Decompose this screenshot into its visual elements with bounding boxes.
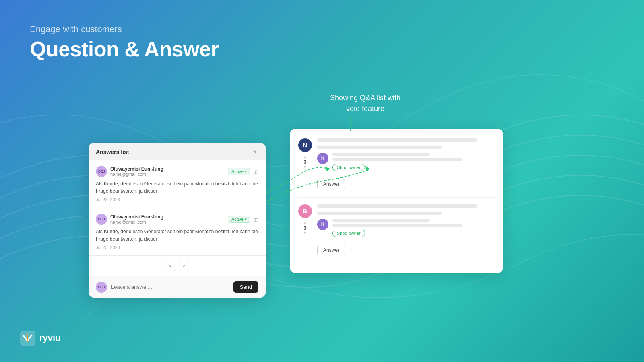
avatar: OEJ — [96, 282, 107, 293]
status-badge[interactable]: Active ▾ — [228, 168, 250, 175]
divider — [298, 197, 495, 198]
question-bar — [317, 138, 477, 142]
answer-bar — [332, 219, 430, 222]
header-section: Engage with customers Question & Answer — [30, 24, 219, 61]
annotation-line1: Showing Q&A list with — [330, 94, 400, 102]
user-email: name@gmail.com — [110, 220, 163, 224]
answer-avatar: K — [317, 153, 328, 164]
qa-answer-row: K Shop owner — [317, 219, 495, 240]
header-subtitle: Engage with customers — [30, 24, 219, 35]
answer-actions: Active ▾ 🗑 — [228, 168, 258, 175]
send-button[interactable]: Send — [233, 281, 258, 293]
status-badge[interactable]: Active ▾ — [228, 216, 250, 223]
ryviu-logo-icon — [20, 331, 35, 346]
user-email: name@gmail.com — [110, 172, 163, 177]
qa-content: K Shop owner Answer — [317, 204, 495, 255]
qa-left: B ▲ 3 ▼ — [298, 204, 312, 235]
answer-button[interactable]: Answer — [317, 179, 345, 189]
answer-bar — [332, 153, 430, 156]
answer-date: Jul 23, 2023 — [96, 245, 258, 250]
vote-section: ▲ 3 ▼ — [303, 154, 308, 169]
answer-avatar: K — [317, 219, 328, 230]
answer-item: OEJ Oluwayemisi Eun-Jung name@gmail.com … — [89, 160, 266, 208]
close-button[interactable]: × — [251, 148, 258, 156]
qa-avatar: N — [298, 138, 312, 152]
vote-down-icon[interactable]: ▼ — [303, 230, 308, 235]
qa-avatar: B — [298, 204, 312, 218]
answer-text: Als Kunde, der diesen Generator seit ein… — [96, 180, 258, 195]
answer-input-area: OEJ Send — [89, 276, 266, 298]
answer-item-header: OEJ Oluwayemisi Eun-Jung name@gmail.com … — [96, 214, 258, 225]
answer-user: OEJ Oluwayemisi Eun-Jung name@gmail.com — [96, 214, 163, 225]
shop-owner-badge: Shop owner — [332, 230, 365, 237]
qa-answer-content: Shop owner — [332, 219, 495, 240]
avatar: OEJ — [96, 166, 107, 177]
answers-header: Answers list × — [89, 143, 266, 160]
chevron-down-icon: ▾ — [245, 217, 247, 221]
qa-card: N ▲ 3 ▼ K Shop owner Answer — [290, 129, 503, 273]
next-page-button[interactable]: > — [179, 261, 189, 271]
vote-section: ▲ 3 ▼ — [303, 220, 308, 235]
pagination: < > — [89, 256, 266, 276]
qa-item: B ▲ 3 ▼ K Shop owner Answer — [298, 204, 495, 255]
answer-bar — [332, 158, 462, 161]
delete-icon[interactable]: 🗑 — [253, 168, 258, 175]
answer-item-header: OEJ Oluwayemisi Eun-Jung name@gmail.com … — [96, 166, 258, 177]
qa-answer-row: K Shop owner — [317, 153, 495, 174]
header-title: Question & Answer — [30, 37, 219, 61]
answer-date: Jul 23, 2023 — [96, 197, 258, 202]
qa-left: N ▲ 3 ▼ — [298, 138, 312, 169]
prev-page-button[interactable]: < — [165, 261, 175, 271]
user-info: Oluwayemisi Eun-Jung name@gmail.com — [110, 166, 163, 177]
shop-owner-badge: Shop owner — [332, 164, 365, 171]
avatar: OEJ — [96, 214, 107, 225]
chevron-down-icon: ▾ — [245, 169, 247, 173]
logo-section: ryviu — [20, 331, 61, 346]
delete-icon[interactable]: 🗑 — [253, 216, 258, 222]
answer-user: OEJ Oluwayemisi Eun-Jung name@gmail.com — [96, 166, 163, 177]
question-bar — [317, 204, 477, 208]
user-name: Oluwayemisi Eun-Jung — [110, 166, 163, 172]
user-name: Oluwayemisi Eun-Jung — [110, 214, 163, 220]
logo-text: ryviu — [39, 333, 61, 343]
vote-down-icon[interactable]: ▼ — [303, 165, 308, 169]
answer-bar — [332, 224, 462, 227]
answer-item: OEJ Oluwayemisi Eun-Jung name@gmail.com … — [89, 208, 266, 256]
answers-card: Answers list × OEJ Oluwayemisi Eun-Jung … — [89, 143, 266, 298]
annotation: Showing Q&A list with vote feature — [330, 93, 400, 114]
answers-title: Answers list — [96, 149, 129, 155]
answer-text: Als Kunde, der diesen Generator seit ein… — [96, 228, 258, 243]
answer-button[interactable]: Answer — [317, 245, 345, 255]
answer-actions: Active ▾ 🗑 — [228, 216, 258, 223]
answer-input[interactable] — [111, 284, 229, 290]
qa-content: K Shop owner Answer — [317, 138, 495, 189]
user-info: Oluwayemisi Eun-Jung name@gmail.com — [110, 214, 163, 224]
qa-answer-content: Shop owner — [332, 153, 495, 174]
question-bar — [317, 146, 442, 149]
annotation-line2: vote feature — [346, 105, 384, 113]
question-bar — [317, 212, 442, 215]
qa-item: N ▲ 3 ▼ K Shop owner Answer — [298, 138, 495, 189]
